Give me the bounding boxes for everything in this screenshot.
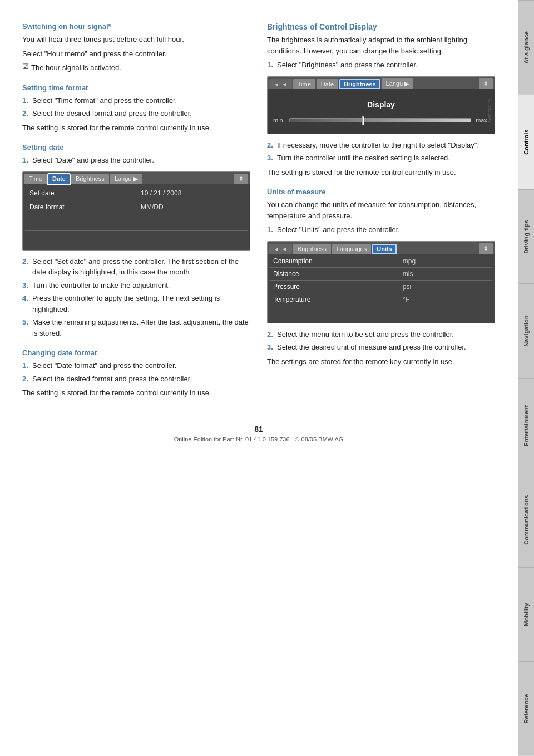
hour-signal-para1: You will hear three tones just before ea… bbox=[22, 34, 250, 45]
brightness-side-label-wrap: CT19116AV bbox=[487, 89, 492, 134]
list-item: 5. Make the remaining adjustments. After… bbox=[22, 317, 250, 338]
date-ui-tabs: Time Date Brightness Langu ▶ ⇕ bbox=[23, 172, 250, 184]
brightness-ui-screenshot: ◄ Time Date Brightness Langu ▶ ⇕ Display… bbox=[267, 76, 495, 134]
units-cell-consumption-label: Consumption bbox=[273, 257, 403, 265]
units-cell-consumption-value: mpg bbox=[403, 257, 489, 265]
brightness-display-label: Display bbox=[273, 100, 489, 109]
units-steps1: 1. Select "Units" and press the controll… bbox=[267, 224, 495, 235]
brightness-ui-tab-language[interactable]: Langu ▶ bbox=[382, 78, 414, 89]
units-ui-tab-brightness[interactable]: Brightness bbox=[293, 244, 331, 254]
changing-date-format-note: The setting is stored for the remote con… bbox=[22, 387, 250, 399]
sidebar-tab-driving-tips[interactable]: Driving tips bbox=[518, 189, 534, 284]
table-row-empty2 bbox=[25, 231, 248, 248]
date-ui-tab-language[interactable]: Langu ▶ bbox=[110, 174, 142, 184]
units-ui-screenshot: ◄ Brightness Languages Units ⇕ Consumpti… bbox=[267, 241, 495, 323]
list-item: 1. Select "Date format" and press the co… bbox=[22, 360, 250, 371]
date-ui-screenshot: Time Date Brightness Langu ▶ ⇕ Set date … bbox=[22, 171, 250, 251]
units-cell-temperature-value: °F bbox=[403, 296, 489, 303]
table-row-empty bbox=[270, 306, 492, 322]
units-cell-pressure-value: psi bbox=[403, 283, 489, 291]
setting-date-steps2: 2. Select "Set date" and press the contr… bbox=[22, 256, 250, 339]
setting-date-steps1: 1. Select "Date" and press the controlle… bbox=[22, 155, 250, 166]
units-cell-distance-value: mls bbox=[403, 270, 489, 278]
brightness-min-label: min. bbox=[273, 117, 285, 124]
sidebar-tab-reference[interactable]: Reference bbox=[518, 661, 534, 756]
date-ui-tab-arrow[interactable]: ⇕ bbox=[234, 174, 248, 184]
section-units-heading: Units of measure bbox=[267, 188, 495, 196]
hour-signal-checkmark-line: ☑ The hour signal is activated. bbox=[22, 62, 250, 73]
brightness-ui-tab-date[interactable]: Date bbox=[317, 79, 338, 89]
brightness-ui-tab-brightness[interactable]: Brightness bbox=[339, 79, 380, 89]
date-cell-label-setdate: Set date bbox=[25, 186, 136, 200]
section-changing-date-format-heading: Changing date format bbox=[22, 348, 250, 357]
brightness-slider-thumb[interactable] bbox=[362, 116, 364, 125]
list-item: 2. Select the desired format and press t… bbox=[22, 108, 250, 119]
list-item: 1. Select "Units" and press the controll… bbox=[267, 224, 495, 235]
list-item: 2. Select "Set date" and press the contr… bbox=[22, 256, 250, 278]
sidebar-tab-at-a-glance[interactable]: At a glance bbox=[518, 0, 534, 95]
section-hour-signal-heading: Switching on hour signal* bbox=[22, 22, 250, 31]
changing-date-format-steps: 1. Select "Date format" and press the co… bbox=[22, 360, 250, 384]
brightness-steps2: 2. If necessary, move the controller to … bbox=[267, 140, 495, 164]
brightness-ui-tab-arrow-left[interactable]: ◄ bbox=[269, 79, 292, 89]
section-brightness-heading: Brightness of Control Display bbox=[267, 22, 495, 31]
list-item: 4. Press the controller to apply the set… bbox=[22, 293, 250, 315]
right-column: Brightness of Control Display The bright… bbox=[267, 22, 495, 402]
sidebar-tab-mobility[interactable]: Mobility bbox=[518, 567, 534, 662]
units-cell-pressure-label: Pressure bbox=[273, 283, 403, 291]
table-row: Temperature °F bbox=[270, 293, 492, 306]
units-ui-tab-units[interactable]: Units bbox=[372, 244, 397, 254]
sidebar-tab-controls[interactable]: Controls bbox=[518, 95, 534, 189]
units-cell-temperature-label: Temperature bbox=[273, 296, 403, 303]
time-format-steps: 1. Select "Time format" and press the co… bbox=[22, 95, 250, 119]
brightness-slider-track[interactable] bbox=[289, 118, 471, 122]
units-ui-tab-languages[interactable]: Languages bbox=[332, 244, 371, 254]
date-cell-label-format: Date format bbox=[25, 200, 136, 214]
brightness-ui-content: Display min. max. CT19116AV bbox=[268, 89, 495, 134]
table-row: Date format MM/DD bbox=[25, 200, 248, 214]
page-footer: 81 Online Edition for Part-Nr. 01 41 0 1… bbox=[22, 419, 495, 448]
brightness-ui-tab-time[interactable]: Time bbox=[293, 79, 315, 89]
footer-copyright: Online Edition for Part-Nr. 01 41 0 159 … bbox=[28, 436, 490, 443]
date-ui-table: Set date 10 / 21 / 2008 Date format MM/D… bbox=[23, 184, 250, 250]
table-row: Pressure psi bbox=[270, 281, 492, 293]
page-number: 81 bbox=[28, 425, 490, 434]
date-ui-tab-date[interactable]: Date bbox=[48, 174, 70, 184]
sidebar-tab-navigation[interactable]: Navigation bbox=[518, 283, 534, 378]
units-steps2: 2. Select the menu item to be set and pr… bbox=[267, 329, 495, 353]
list-item: 3. Turn the controller to make the adjus… bbox=[22, 280, 250, 291]
units-ui-tab-arrow[interactable]: ⇕ bbox=[479, 243, 493, 254]
date-ui-tab-brightness[interactable]: Brightness bbox=[71, 174, 109, 184]
units-intro: You can change the units of measure for … bbox=[267, 199, 495, 221]
brightness-ui-tab-arrow[interactable]: ⇕ bbox=[479, 78, 493, 89]
list-item: 2. If necessary, move the controller to … bbox=[267, 140, 495, 151]
list-item: 1. Select "Time format" and press the co… bbox=[22, 95, 250, 106]
sidebar-tab-entertainment[interactable]: Entertainment bbox=[518, 378, 534, 473]
date-ui-tab-time[interactable]: Time bbox=[24, 174, 47, 184]
table-row: Distance mls bbox=[270, 268, 492, 281]
list-item: 3. Select the desired unit of measure an… bbox=[267, 342, 495, 353]
hour-signal-checkmark-text: The hour signal is activated. bbox=[31, 62, 121, 73]
brightness-intro: The brightness is automatically adapted … bbox=[267, 35, 495, 56]
date-cell-value-setdate: 10 / 21 / 2008 bbox=[136, 186, 248, 200]
units-ui-table: Consumption mpg Distance mls Pressure ps… bbox=[268, 254, 495, 323]
main-content: Switching on hour signal* You will hear … bbox=[0, 0, 517, 470]
date-cell-value-format: MM/DD bbox=[136, 200, 248, 214]
list-item: 3. Turn the controller until the desired… bbox=[267, 153, 495, 164]
sidebar-tab-communications[interactable]: Communications bbox=[518, 473, 534, 567]
brightness-ui-tabbar: ◄ Time Date Brightness Langu ▶ ⇕ bbox=[268, 77, 495, 89]
brightness-note: The setting is stored for the remote con… bbox=[267, 167, 495, 178]
brightness-side-label: CT19116AV bbox=[487, 99, 492, 123]
brightness-slider-row: min. max. bbox=[273, 117, 489, 124]
list-item: 1. Select "Brightness" and press the con… bbox=[267, 60, 495, 71]
units-note: The settings are stored for the remote k… bbox=[267, 356, 495, 367]
table-row-empty bbox=[25, 214, 248, 231]
hour-signal-para2: Select "Hour memo" and press the control… bbox=[22, 48, 250, 60]
list-item: 2. Select the desired format and press t… bbox=[22, 374, 250, 385]
date-ui-tabbar: Time Date Brightness Langu ▶ ⇕ bbox=[23, 172, 250, 184]
checkmark-icon: ☑ bbox=[22, 62, 29, 71]
section-time-format-heading: Setting time format bbox=[22, 84, 250, 92]
two-columns: Switching on hour signal* You will hear … bbox=[22, 22, 495, 402]
brightness-steps1: 1. Select "Brightness" and press the con… bbox=[267, 60, 495, 71]
units-ui-tab-arrow-left[interactable]: ◄ bbox=[269, 244, 292, 254]
